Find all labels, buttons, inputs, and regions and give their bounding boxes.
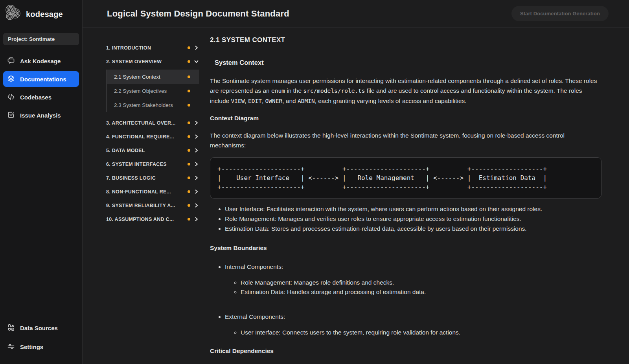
toc-item-architectural-overview[interactable]: 3. ARCHITECTURAL OVER... — [106, 116, 199, 130]
check-square-icon — [7, 111, 15, 120]
chevron-right-icon[interactable] — [194, 203, 199, 208]
toc-item-business-logic[interactable]: 7. BUSINESS LOGIC — [106, 171, 199, 185]
heading-system-boundaries: System Boundaries — [210, 245, 601, 252]
paragraph-roles-overview: The Sontimate system manages user permis… — [210, 76, 601, 106]
toc-item-functional-requirements[interactable]: 4. FUNCTIONAL REQUIRE... — [106, 130, 199, 143]
brand-row: kodesage — [0, 0, 82, 28]
list-item: User Interface: Connects users to the sy… — [241, 328, 601, 337]
chevron-right-icon[interactable] — [194, 162, 199, 167]
chevron-right-icon[interactable] — [194, 189, 199, 194]
sidebar-item-label: Ask Kodesage — [20, 58, 61, 64]
chevron-right-icon[interactable] — [194, 134, 199, 139]
ascii-diagram-text: +---------------------+ +---------------… — [217, 164, 594, 191]
diagram-component-list: User Interface: Facilitates interaction … — [210, 204, 601, 233]
list-item: Role Management: Manages role definition… — [241, 278, 601, 287]
table-of-contents: 1. INTRODUCTION 2. SYSTEM OVERVIEW 2.1 S… — [83, 28, 210, 364]
app-window: kodesage Project: Sontimate Ask Kodesage — [0, 0, 629, 364]
status-dot — [188, 190, 190, 193]
toc-item-introduction[interactable]: 1. INTRODUCTION — [106, 41, 199, 55]
doc-subheading: System Context — [215, 59, 601, 66]
status-dot — [188, 90, 190, 92]
external-components-sublist: User Interface: Connects users to the sy… — [225, 328, 601, 337]
toc-item-system-overview[interactable]: 2. SYSTEM OVERVIEW — [106, 55, 199, 68]
sliders-icon — [7, 342, 15, 351]
sidebar-item-ask-kodesage[interactable]: Ask Kodesage — [3, 53, 79, 69]
status-dot — [188, 104, 190, 107]
shapes-icon — [7, 324, 15, 333]
chevron-right-icon[interactable] — [194, 148, 199, 153]
status-dot — [188, 60, 190, 63]
chat-icon — [7, 57, 15, 66]
list-item: Estimation Data: Handles storage and pro… — [241, 287, 601, 297]
sidebar-item-codebases[interactable]: Codebases — [3, 89, 79, 105]
sidebar-item-documentations[interactable]: Documentations — [3, 71, 79, 87]
sidebar-item-label: Issue Analysis — [20, 112, 61, 119]
section-heading: 2.1 SYSTEM CONTEXT — [210, 36, 601, 44]
list-item: Role Management: Manages and verifies us… — [225, 214, 601, 224]
internal-components-sublist: Role Management: Manages role definition… — [225, 278, 601, 297]
toc-item-system-interfaces[interactable]: 6. SYSTEM INTERFACES — [106, 157, 199, 171]
main-area: Logical System Design Document Standard … — [83, 0, 629, 364]
sidebar-item-label: Codebases — [20, 94, 51, 101]
sidebar-bottom-section: Data Sources Settings — [0, 315, 82, 364]
list-item-external-components: External Components: User Interface: Con… — [225, 312, 601, 337]
system-boundaries-list: Internal Components: Role Management: Ma… — [210, 262, 601, 337]
sidebar-nav: Ask Kodesage Documentations — [0, 50, 82, 123]
chevron-right-icon[interactable] — [194, 45, 199, 50]
status-dot — [188, 135, 190, 138]
heading-critical-dependencies: Critical Dependencies — [210, 347, 601, 355]
toc-item-system-reliability[interactable]: 9. SYSTEM RELIABILITY A... — [106, 199, 199, 212]
code-icon — [7, 93, 15, 102]
sidebar-item-label: Settings — [20, 344, 43, 350]
heading-context-diagram: Context Diagram — [210, 115, 601, 122]
chevron-right-icon[interactable] — [194, 175, 199, 180]
status-dot — [188, 149, 190, 152]
sidebar-item-settings[interactable]: Settings — [3, 339, 79, 355]
status-dot — [188, 204, 190, 207]
toc-sublist-system-overview: 2.1 System Context 2.2 System Objectives… — [106, 70, 199, 112]
list-item: User Interface: Facilitates interaction … — [225, 204, 601, 214]
status-dot — [188, 163, 190, 165]
project-selector[interactable]: Project: Sontimate — [3, 33, 79, 45]
list-item-internal-components: Internal Components: Role Management: Ma… — [225, 262, 601, 297]
sidebar-item-issue-analysis[interactable]: Issue Analysis — [3, 107, 79, 123]
document-content: 2.1 SYSTEM CONTEXT System Context The So… — [210, 28, 629, 364]
start-documentation-generation-button[interactable]: Start Documentation Generation — [511, 6, 609, 21]
sidebar: kodesage Project: Sontimate Ask Kodesage — [0, 0, 83, 364]
toc-subitem-system-stakeholders[interactable]: 2.3 System Stakeholders — [107, 98, 199, 112]
status-dot — [188, 121, 190, 124]
list-item: Estimation Data: Stores and processes es… — [225, 224, 601, 233]
page-title: Logical System Design Document Standard — [107, 9, 511, 19]
brand-name: kodesage — [26, 10, 63, 19]
chevron-down-icon[interactable] — [194, 59, 199, 64]
kodesage-logo-icon — [3, 4, 22, 24]
status-dot — [188, 176, 190, 179]
chevron-right-icon[interactable] — [194, 217, 199, 222]
chevron-right-icon[interactable] — [194, 120, 199, 125]
ascii-context-diagram: +---------------------+ +---------------… — [210, 157, 601, 199]
paragraph-context-diagram-intro: The context diagram below illustrates th… — [210, 131, 601, 150]
sidebar-item-label: Data Sources — [20, 325, 58, 331]
toc-item-assumptions-constraints[interactable]: 10. ASSUMPTIONS AND C... — [106, 212, 199, 226]
sidebar-item-data-sources[interactable]: Data Sources — [3, 320, 79, 336]
layers-icon — [7, 75, 15, 84]
sidebar-item-label: Documentations — [20, 76, 66, 83]
status-dot — [188, 218, 190, 221]
toc-subitem-system-context[interactable]: 2.1 System Context — [107, 70, 199, 84]
status-dot — [188, 75, 190, 78]
toc-subitem-system-objectives[interactable]: 2.2 System Objectives — [107, 84, 199, 98]
toc-item-data-model[interactable]: 5. DATA MODEL — [106, 143, 199, 157]
sidebar-spacer — [0, 123, 82, 315]
status-dot — [188, 46, 190, 49]
page-header: Logical System Design Document Standard … — [83, 0, 629, 28]
toc-item-non-functional-requirements[interactable]: 8. NON-FUNCTIONAL RE... — [106, 185, 199, 199]
